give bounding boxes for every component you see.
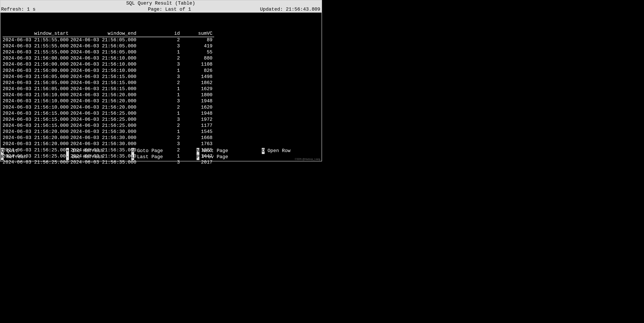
- table-row[interactable]: 2024-06-03 21:55:55.0002024-06-03 21:56:…: [2, 49, 214, 55]
- cell-sumVC: 1668: [182, 135, 214, 141]
- cell-window_end: 2024-06-03 21:56:15.000: [70, 74, 138, 80]
- cell-id: 2: [138, 55, 182, 61]
- table-row[interactable]: 2024-06-03 21:56:20.0002024-06-03 21:56:…: [2, 129, 214, 135]
- table-row[interactable]: 2024-06-03 21:55:55.0002024-06-03 21:56:…: [2, 43, 214, 49]
- cell-sumVC: 419: [182, 43, 214, 49]
- hotkey-key: Q: [1, 148, 4, 154]
- col-header-window-end: window_end: [70, 31, 138, 37]
- hotkey-label: Next Page: [199, 148, 228, 154]
- cell-sumVC: 1948: [182, 111, 214, 117]
- hotkey-label: Refresh: [4, 154, 27, 160]
- table-row[interactable]: 2024-06-03 21:56:15.0002024-06-03 21:56:…: [2, 117, 214, 123]
- cell-sumVC: 1862: [182, 80, 214, 86]
- hotkey-label: Prev Page: [199, 154, 228, 160]
- hotkey-dec-refresh[interactable]: - Dec Refresh: [66, 154, 131, 160]
- cell-id: 3: [138, 159, 182, 166]
- hotkey-key: O: [262, 148, 264, 154]
- table-row[interactable]: 2024-06-03 21:56:05.0002024-06-03 21:56:…: [2, 80, 214, 86]
- table-row[interactable]: 2024-06-03 21:56:10.0002024-06-03 21:56:…: [2, 104, 214, 111]
- page-status: Page: Last of 1: [36, 6, 260, 12]
- cell-sumVC: 1177: [182, 123, 214, 129]
- cell-sumVC: 55: [182, 49, 214, 55]
- table-row[interactable]: 2024-06-03 21:55:55.0002024-06-03 21:56:…: [2, 37, 214, 43]
- table-body: 2024-06-03 21:55:55.0002024-06-03 21:56:…: [2, 37, 214, 166]
- cell-window_end: 2024-06-03 21:56:10.000: [70, 55, 138, 61]
- cell-window_start: 2024-06-03 21:55:55.000: [2, 49, 70, 55]
- hotkey-quit[interactable]: Q Quit: [1, 148, 66, 154]
- table-row[interactable]: 2024-06-03 21:56:20.0002024-06-03 21:56:…: [2, 135, 214, 141]
- hotkey-key: -: [66, 154, 69, 160]
- hotkey-key: L: [131, 154, 134, 160]
- watermark: CSDN @Hadoop_Liang: [295, 157, 320, 161]
- table-row[interactable]: 2024-06-03 21:56:20.0002024-06-03 21:56:…: [2, 141, 214, 147]
- cell-sumVC: 826: [182, 68, 214, 74]
- table-row[interactable]: 2024-06-03 21:56:10.0002024-06-03 21:56:…: [2, 98, 214, 104]
- hotkey-goto-page[interactable]: G Goto Page: [131, 148, 196, 154]
- cell-window_end: 2024-06-03 21:56:25.000: [70, 111, 138, 117]
- table-row[interactable]: 2024-06-03 21:56:05.0002024-06-03 21:56:…: [2, 86, 214, 92]
- cell-window_end: 2024-06-03 21:56:10.000: [70, 68, 138, 74]
- cell-window_start: 2024-06-03 21:56:00.000: [2, 61, 70, 67]
- hotkey-label: Quit: [4, 148, 18, 154]
- cell-window_end: 2024-06-03 21:56:30.000: [70, 129, 138, 135]
- cell-window_end: 2024-06-03 21:56:35.000: [70, 159, 138, 166]
- cell-window_start: 2024-06-03 21:56:10.000: [2, 98, 70, 104]
- cell-id: 1: [138, 129, 182, 135]
- col-header-id: id: [138, 31, 182, 37]
- hotkey-next-page[interactable]: N Next Page: [196, 148, 262, 154]
- hotkey-key: G: [131, 148, 134, 154]
- cell-id: 3: [138, 43, 182, 49]
- cell-sumVC: 1620: [182, 104, 214, 111]
- cell-id: 1: [138, 92, 182, 98]
- hotkey-inc-refresh[interactable]: + Inc Refresh: [66, 148, 131, 154]
- cell-window_start: 2024-06-03 21:56:15.000: [2, 111, 70, 117]
- cell-window_end: 2024-06-03 21:56:05.000: [70, 43, 138, 49]
- cell-sumVC: 880: [182, 55, 214, 61]
- cell-window_start: 2024-06-03 21:56:15.000: [2, 123, 70, 129]
- updated-status: Updated: 21:56:43.809: [260, 6, 320, 12]
- footer-row-2: R Refresh- Dec RefreshL Last PageP Prev …: [1, 154, 321, 160]
- table-row[interactable]: 2024-06-03 21:56:10.0002024-06-03 21:56:…: [2, 92, 214, 98]
- cell-window_start: 2024-06-03 21:56:10.000: [2, 104, 70, 111]
- cell-window_start: 2024-06-03 21:56:25.000: [2, 159, 70, 166]
- page-title: SQL Query Result (Table): [1, 0, 320, 6]
- cell-id: 2: [138, 123, 182, 129]
- cell-window_start: 2024-06-03 21:56:05.000: [2, 74, 70, 80]
- hotkey-last-page[interactable]: L Last Page: [131, 154, 196, 160]
- cell-id: 1: [138, 68, 182, 74]
- cell-id: 2: [138, 104, 182, 111]
- hotkey-key: N: [196, 148, 199, 154]
- cell-sumVC: 1108: [182, 61, 214, 67]
- hotkey-open-row[interactable]: O Open Row: [262, 148, 327, 154]
- cell-id: 1: [138, 111, 182, 117]
- table-row[interactable]: 2024-06-03 21:56:05.0002024-06-03 21:56:…: [2, 74, 214, 80]
- col-header-sumvc: sumVC: [182, 31, 214, 37]
- cell-window_start: 2024-06-03 21:56:10.000: [2, 92, 70, 98]
- terminal-screen: SQL Query Result (Table) Refresh: 1 s Pa…: [0, 0, 322, 161]
- cell-window_end: 2024-06-03 21:56:30.000: [70, 141, 138, 147]
- cell-id: 1: [138, 86, 182, 92]
- cell-id: 3: [138, 117, 182, 123]
- cell-window_start: 2024-06-03 21:56:20.000: [2, 129, 70, 135]
- table-row[interactable]: 2024-06-03 21:56:00.0002024-06-03 21:56:…: [2, 68, 214, 74]
- cell-window_start: 2024-06-03 21:56:05.000: [2, 86, 70, 92]
- table-row[interactable]: 2024-06-03 21:56:15.0002024-06-03 21:56:…: [2, 111, 214, 117]
- cell-sumVC: 1629: [182, 86, 214, 92]
- table-row[interactable]: 2024-06-03 21:56:00.0002024-06-03 21:56:…: [2, 61, 214, 67]
- cell-id: 3: [138, 61, 182, 67]
- hotkey-key: P: [196, 154, 199, 160]
- cell-window_end: 2024-06-03 21:56:25.000: [70, 123, 138, 129]
- cell-window_end: 2024-06-03 21:56:05.000: [70, 37, 138, 43]
- cell-window_start: 2024-06-03 21:56:15.000: [2, 117, 70, 123]
- cell-sumVC: 1972: [182, 117, 214, 123]
- table-row[interactable]: 2024-06-03 21:56:00.0002024-06-03 21:56:…: [2, 55, 214, 61]
- cell-window_end: 2024-06-03 21:56:20.000: [70, 92, 138, 98]
- table-row[interactable]: 2024-06-03 21:56:15.0002024-06-03 21:56:…: [2, 123, 214, 129]
- cell-id: 2: [138, 135, 182, 141]
- cell-id: 2: [138, 80, 182, 86]
- hotkey-refresh[interactable]: R Refresh: [1, 154, 66, 160]
- cell-window_start: 2024-06-03 21:56:00.000: [2, 55, 70, 61]
- col-header-window-start: window_start: [2, 31, 70, 37]
- table-row[interactable]: 2024-06-03 21:56:25.0002024-06-03 21:56:…: [2, 159, 214, 166]
- hotkey-prev-page[interactable]: P Prev Page: [196, 154, 262, 160]
